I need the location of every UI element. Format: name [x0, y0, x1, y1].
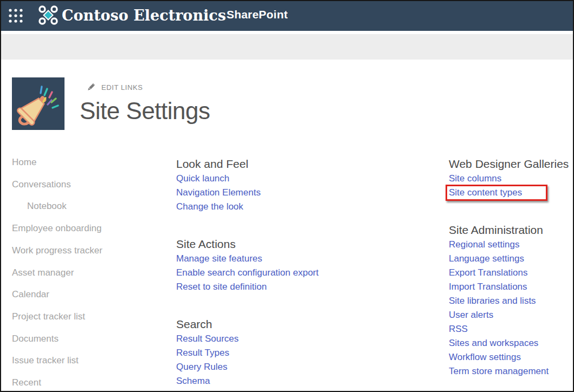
- link-language-settings[interactable]: Language settings: [449, 252, 573, 266]
- section-search: Search Result Sources Result Types Query…: [176, 317, 442, 388]
- link-site-libraries-and-lists[interactable]: Site libraries and lists: [449, 294, 573, 308]
- link-quick-launch[interactable]: Quick launch: [176, 172, 442, 186]
- link-query-rules[interactable]: Query Rules: [176, 360, 442, 374]
- megaphone-confetti-icon: [12, 77, 65, 130]
- link-rss[interactable]: RSS: [449, 322, 573, 336]
- quick-launch-nav: Home Conversations Notebook Employee onb…: [12, 152, 166, 392]
- sidebar-item-project-tracker-list[interactable]: Project tracker list: [12, 306, 166, 328]
- section-title: Web Designer Galleries: [449, 156, 573, 172]
- sharepoint-link[interactable]: SharePoint: [227, 8, 288, 21]
- settings-column-middle: Look and Feel Quick launch Navigation El…: [176, 156, 442, 392]
- link-site-columns[interactable]: Site columns: [449, 172, 573, 186]
- suite-bar: Contoso Electronics SharePoint: [1, 1, 573, 31]
- settings-column-right: Web Designer Galleries Site columns Site…: [449, 156, 573, 392]
- site-settings-page: Contoso Electronics SharePoint: [0, 0, 574, 392]
- sidebar-item-asset-manager[interactable]: Asset manager: [12, 262, 166, 284]
- section-title: Site Actions: [176, 237, 442, 252]
- sidebar-item-issue-tracker-list[interactable]: Issue tracker list: [12, 350, 166, 372]
- link-sites-and-workspaces[interactable]: Sites and workspaces: [449, 336, 573, 350]
- sidebar-item-conversations[interactable]: Conversations: [12, 174, 166, 196]
- page-title: Site Settings: [80, 97, 210, 125]
- link-workflow-settings[interactable]: Workflow settings: [449, 350, 573, 364]
- section-web-designer-galleries: Web Designer Galleries Site columns Site…: [449, 156, 573, 200]
- link-user-alerts[interactable]: User alerts: [449, 308, 573, 322]
- pencil-icon: [86, 83, 95, 92]
- link-site-content-types[interactable]: Site content types: [449, 186, 573, 200]
- waffle-icon[interactable]: [8, 8, 24, 24]
- section-site-administration: Site Administration Regional settings La…: [449, 223, 573, 378]
- sidebar-item-recent[interactable]: Recent: [12, 372, 166, 392]
- link-regional-settings[interactable]: Regional settings: [449, 238, 573, 252]
- section-title: Site Administration: [449, 223, 573, 238]
- sidebar-item-work-progress-tracker[interactable]: Work progress tracker: [12, 240, 166, 262]
- site-logo[interactable]: [12, 77, 65, 130]
- sidebar-item-employee-onboarding[interactable]: Employee onboarding: [12, 218, 166, 240]
- link-change-the-look[interactable]: Change the look: [176, 200, 442, 214]
- sidebar-item-documents[interactable]: Documents: [12, 328, 166, 350]
- sidebar-item-home[interactable]: Home: [12, 152, 166, 174]
- link-import-translations[interactable]: Import Translations: [449, 280, 573, 294]
- section-site-actions: Site Actions Manage site features Enable…: [176, 237, 442, 294]
- section-look-and-feel: Look and Feel Quick launch Navigation El…: [176, 156, 442, 214]
- section-title: Search: [176, 317, 442, 332]
- brand-name: Contoso Electronics: [62, 7, 226, 24]
- brand-link[interactable]: Contoso Electronics: [37, 4, 226, 26]
- link-export-translations[interactable]: Export Translations: [449, 266, 573, 280]
- sidebar-item-calendar[interactable]: Calendar: [12, 284, 166, 306]
- sidebar-item-notebook[interactable]: Notebook: [12, 195, 166, 218]
- ribbon-strip: [1, 34, 573, 60]
- link-result-sources[interactable]: Result Sources: [176, 332, 442, 346]
- link-manage-site-features[interactable]: Manage site features: [176, 252, 442, 266]
- link-term-store-management[interactable]: Term store management: [449, 364, 573, 378]
- edit-links-button[interactable]: EDIT LINKS: [86, 83, 143, 92]
- section-title: Look and Feel: [176, 156, 442, 172]
- link-schema[interactable]: Schema: [176, 374, 442, 388]
- link-navigation-elements[interactable]: Navigation Elements: [176, 186, 442, 200]
- drone-logo-icon: [37, 4, 59, 26]
- link-enable-search-configuration-export[interactable]: Enable search configuration export: [176, 266, 442, 280]
- link-result-types[interactable]: Result Types: [176, 346, 442, 360]
- link-reset-to-site-definition[interactable]: Reset to site definition: [176, 280, 442, 294]
- edit-links-label: EDIT LINKS: [101, 83, 143, 92]
